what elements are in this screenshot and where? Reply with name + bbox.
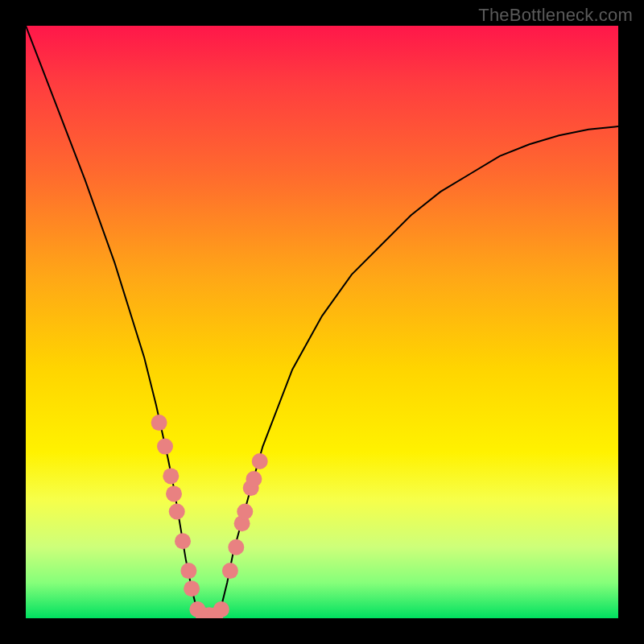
marker-dot: [157, 439, 173, 455]
chart-svg: [26, 26, 618, 618]
marker-dot: [222, 563, 238, 579]
marker-dot: [175, 533, 191, 549]
marker-dot: [237, 504, 253, 520]
chart-frame: TheBottleneck.com: [0, 0, 644, 644]
marker-dot: [151, 415, 167, 431]
marker-dot: [163, 468, 179, 484]
marker-dot: [213, 601, 229, 617]
marker-dot: [252, 453, 268, 469]
marker-dot: [169, 504, 185, 520]
marker-dot: [184, 580, 200, 597]
watermark-text: TheBottleneck.com: [478, 5, 633, 26]
marker-dot: [166, 485, 182, 502]
plot-area: [26, 26, 618, 618]
bottleneck-curve: [26, 26, 618, 618]
marker-dot: [228, 539, 244, 555]
marker-dot: [180, 563, 196, 579]
marker-dot: [246, 471, 262, 487]
marker-group: [151, 415, 268, 618]
